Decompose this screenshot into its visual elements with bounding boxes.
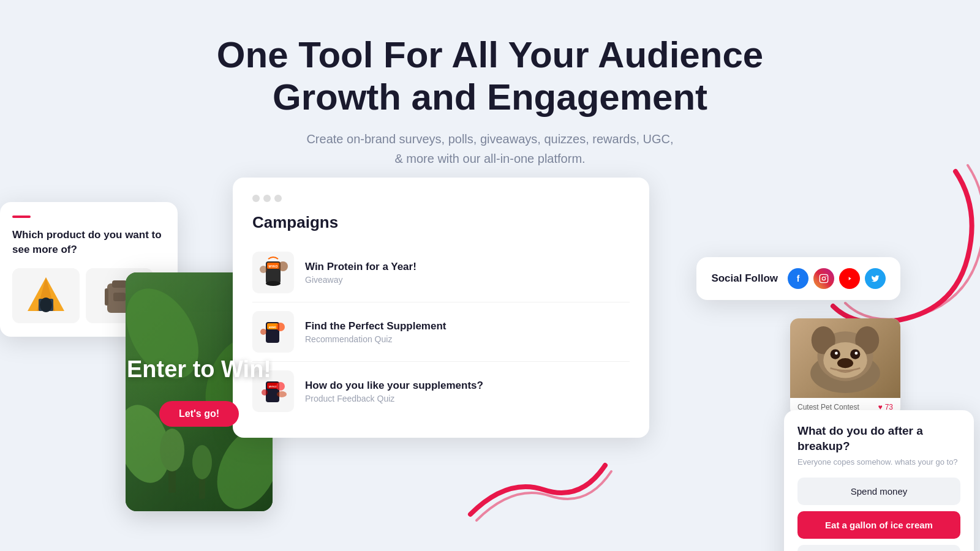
pet-contest-card: Cutest Pet Contest ♥ 73 [790,318,900,416]
social-icons-group: f [788,268,886,289]
svg-point-27 [260,329,266,335]
svg-text:MYKO: MYKO [269,385,276,388]
svg-rect-5 [112,280,127,288]
campaign-info-3: How do you like your supplements? Produc… [305,380,483,403]
poll-accent-line [12,216,31,218]
campaigns-title: Campaigns [252,213,630,232]
campaign-item-1[interactable]: MYKO Win Protein for a Year! Giveaway [252,243,630,302]
browser-dot-3 [274,195,282,202]
svg-point-16 [192,445,212,479]
svg-point-26 [276,323,285,331]
browser-dot-2 [263,195,271,202]
svg-text:AMMO: AMMO [269,326,277,329]
campaign-item-2[interactable]: AMMO Find the Perfect Supplement Recomme… [252,302,630,362]
enter-win-button[interactable]: Let's go! [159,401,239,427]
svg-point-36 [826,276,827,277]
campaign-name-1: Win Protein for a Year! [305,261,417,273]
browser-dot-1 [252,195,260,202]
svg-point-33 [277,391,287,397]
svg-point-21 [278,261,288,271]
svg-rect-34 [820,274,827,282]
poll-question: Which product do you want to see more of… [12,228,165,257]
campaign-img-1: MYKO [252,252,294,293]
svg-marker-37 [849,277,851,280]
svg-point-20 [266,281,281,286]
quiz-option-3[interactable]: Go on a road trip [797,545,960,551]
browser-dots [252,195,630,202]
svg-point-14 [160,429,184,471]
svg-point-47 [837,358,853,368]
svg-rect-6 [113,293,126,301]
campaign-item-3[interactable]: MYKO How do you like your supplements? P… [252,362,630,421]
quiz-option-1[interactable]: Spend money [797,478,960,505]
twitter-icon[interactable] [865,268,886,289]
social-follow-label: Social Follow [711,272,778,285]
campaign-img-2: AMMO [252,311,294,353]
cards-area: Which product do you want to see more of… [0,178,980,551]
svg-point-45 [835,351,838,354]
svg-rect-7 [105,288,108,305]
hero-title: One Tool For All Your Audience Growth an… [214,34,766,118]
campaign-name-3: How do you like your supplements? [305,380,483,392]
pet-image [790,318,900,398]
campaign-info-2: Find the Perfect Supplement Recommendati… [305,320,446,344]
instagram-icon[interactable] [813,268,834,289]
svg-point-32 [262,389,268,395]
quiz-subtitle: Everyone copes somehow. whats your go to… [797,457,960,467]
svg-point-31 [276,382,285,391]
campaign-name-2: Find the Perfect Supplement [305,320,446,332]
svg-point-35 [822,277,825,280]
facebook-icon[interactable]: f [788,268,809,289]
svg-point-46 [854,351,858,354]
enter-win-text: Enter to Win! [127,357,271,383]
youtube-icon[interactable] [839,268,860,289]
campaign-type-3: Product Feedback Quiz [305,394,483,403]
hero-section: One Tool For All Your Audience Growth an… [0,0,980,168]
svg-text:MYKO: MYKO [269,264,278,268]
hero-subtitle: Create on-brand surveys, polls, giveaway… [306,129,674,168]
campaign-info-1: Win Protein for a Year! Giveaway [305,261,417,285]
quiz-option-2[interactable]: Eat a gallon of ice cream [797,511,960,539]
social-follow-card: Social Follow f [696,257,900,300]
svg-point-3 [40,298,52,312]
svg-point-22 [260,266,267,273]
poll-option-tent[interactable] [12,268,80,323]
quiz-card: What do you do after a breakup? Everyone… [784,410,974,551]
campaign-type-2: Recommendation Quiz [305,334,446,344]
quiz-question: What do you do after a breakup? [797,424,960,454]
campaigns-card: Campaigns MYKO Win Protein for a Year! G… [233,178,649,438]
campaign-type-1: Giveaway [305,275,417,285]
